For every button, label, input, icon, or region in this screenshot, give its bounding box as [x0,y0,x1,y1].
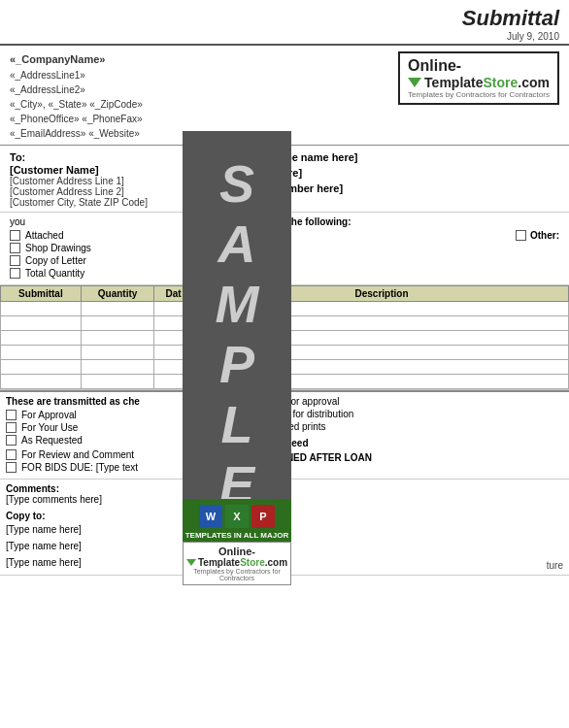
address-line2: [Customer Address Line 2] [10,186,204,197]
customer-name: [Customer Name] [10,164,204,176]
logo-bottom-line1: Online- [186,546,287,557]
table-row [1,374,193,388]
copy-item: [Type name here] [6,554,187,571]
company-address1: «_AddressLine1» [10,68,143,83]
list-item: For Review and Comment [6,449,187,460]
company-address2: «_AddressLine2» [10,83,143,97]
checkbox-list: Attached Shop Drawings Copy of Letter To… [10,230,197,279]
header-right: Submittal July 9, 2010 [462,6,559,42]
table-row [1,330,193,345]
list-item: Attached [10,230,197,241]
comments-copy-section: Comments: [Type comments here] Copy to: … [0,480,194,575]
copy-item: [Type name here] [6,538,187,554]
sample-overlay: SAMPLE [183,131,291,539]
pdf-icon: P [251,505,275,528]
word-icon: W [199,505,222,528]
company-name: «_CompanyName» [10,51,143,68]
copy-items: [Type name here] [Type name here] [Type … [6,521,187,571]
list-item: Copy of Letter [10,255,197,266]
excel-icon: X [225,505,249,528]
city-state-zip: [Customer City, State ZIP Code] [10,197,204,208]
logo-line2: TemplateStore.com [408,75,550,90]
signature-label: ture [547,560,563,571]
transmitted-as-left: These are transmitted as che For Approva… [0,392,194,479]
templates-icons: W X P [184,505,289,528]
checkboxes-left: you Attached Shop Drawings Copy of Lette… [10,216,204,281]
page-title: Submittal [462,6,559,31]
logo-overlay-bottom: Online- TemplateStore.com Templates by C… [183,542,291,585]
cb-review[interactable] [6,449,17,460]
to-left: To: [Customer Name] [Customer Address Li… [10,151,204,208]
logo-line1: Online- [408,57,550,75]
company-city-state-zip: «_City», «_State» «_ZipCode» [10,97,143,112]
company-info: «_CompanyName» «_AddressLine1» «_Address… [10,51,143,141]
transmitted-as-title: These are transmitted as che [6,396,187,407]
submittal-table: Submittal Quantity Dat [0,285,193,389]
list-item: Shop Drawings [10,243,197,253]
col-submittal: Submittal [1,285,82,301]
checkbox-attached[interactable] [10,230,20,241]
to-label: To: [10,151,204,163]
sample-text: SAMPLE [207,154,267,515]
col-quantity: Quantity [81,285,153,301]
cb-approval[interactable] [6,410,17,420]
cb-your-use[interactable] [6,422,17,433]
table-row [1,315,193,330]
copy-item: [Type name here] [6,521,187,538]
logo-bottom-tagline: Templates by Contractors for Contractors [186,568,287,581]
list-item: FOR BIDS DUE: [Type text [6,462,187,473]
table-row [1,301,193,315]
logo-arrow-icon [408,78,421,87]
logo-bottom-line2: TemplateStore.com [186,557,287,568]
logo-arrow-bottom [186,559,196,566]
other-col: Other: [516,230,559,262]
header-date: July 9, 2010 [462,31,559,42]
list-item: For Your Use [6,422,187,433]
comments-label: Comments: [6,483,187,494]
logo-box: Online- TemplateStore.com Templates by C… [398,51,559,105]
other-label: Other: [530,230,559,241]
list-item: For Approval [6,410,187,420]
table-row [1,345,193,359]
company-phone: «_PhoneOffice» «_PhoneFax» [10,112,143,126]
checkbox-shop[interactable] [10,243,20,253]
copy-label: Copy to: [6,511,187,521]
checkbox-other[interactable] [516,230,526,241]
checkbox-copy[interactable] [10,255,20,266]
header: Submittal July 9, 2010 [0,0,569,46]
comments-value: [Type comments here] [6,494,187,505]
company-email: «_EmailAddress» «_Website» [10,126,143,141]
cb-bids[interactable] [6,462,17,473]
table-left: Submittal Quantity Dat [0,285,194,389]
transmitted-label: you [10,216,197,227]
checkbox-total[interactable] [10,268,20,279]
cb-as-requested[interactable] [6,435,17,446]
list-item: Total Quantity [10,268,197,279]
list-item: As Requested [6,435,187,446]
table-row [1,359,193,374]
address-line1: [Customer Address Line 1] [10,176,204,186]
logo-tagline: Templates by Contractors for Contractors [408,90,550,99]
transmitted-as-list: For Approval For Your Use As Requested F… [6,410,187,473]
